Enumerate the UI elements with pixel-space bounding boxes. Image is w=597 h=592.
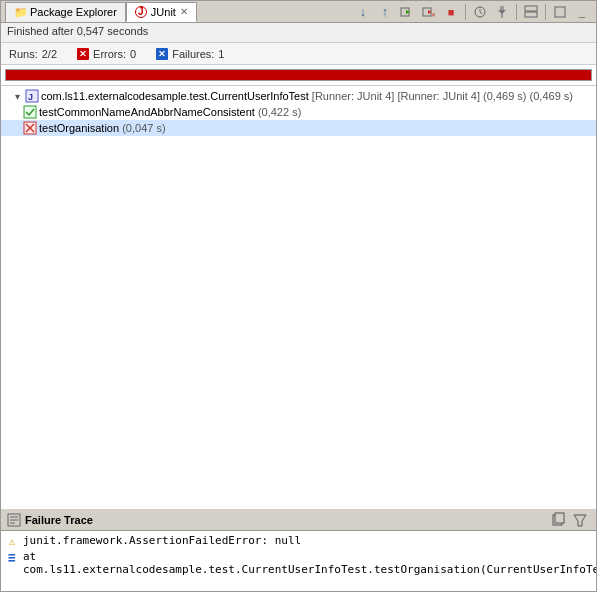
failure-trace-area: ⚠ junit.framework.AssertionFailedError: … <box>1 531 596 591</box>
errors-label: Errors: <box>93 48 126 60</box>
tab-package-explorer[interactable]: 📁 Package Explorer <box>5 2 126 22</box>
runs-label: Runs: <box>9 48 38 60</box>
svg-rect-25 <box>555 513 564 523</box>
junit-icon: J <box>135 6 147 18</box>
trace-line-1: ⚠ junit.framework.AssertionFailedError: … <box>5 533 592 549</box>
status-message: Finished after 0,547 seconds <box>7 25 148 37</box>
rerun-failed-button[interactable]: ✕ <box>419 2 439 22</box>
tab-junit-label: JUnit <box>151 6 176 18</box>
tab-package-explorer-label: Package Explorer <box>30 6 117 18</box>
toolbar-sep-2 <box>516 4 517 20</box>
errors-error-icon: ✕ <box>77 48 89 60</box>
maximize-button[interactable] <box>550 2 570 22</box>
rerun-button[interactable] <box>397 2 417 22</box>
suite-time: (0,469 s) <box>483 90 526 102</box>
stats-row: Runs: 2/2 ✕ Errors: 0 ✕ Failures: 1 <box>1 43 596 65</box>
failure-trace-toolbar <box>548 510 590 530</box>
layout-icon <box>524 5 538 19</box>
failures-label: Failures: <box>172 48 214 60</box>
svg-text:✕: ✕ <box>431 12 436 18</box>
next-failure-button[interactable]: ↑ <box>375 2 395 22</box>
toolbar-sep-1 <box>465 4 466 20</box>
runner-info: [Runner: JUnit 4] <box>312 90 395 102</box>
history-icon <box>473 5 487 19</box>
runs-stat: Runs: 2/2 <box>9 48 57 60</box>
status-bar: Finished after 0,547 seconds <box>1 23 596 43</box>
test1-label: testCommonNameAndAbbrNameConsistent (0,4… <box>39 106 301 118</box>
tree-item-suite[interactable]: ▾ J com.ls11.externalcodesample.test.Cur… <box>1 88 596 104</box>
expand-toggle-suite[interactable]: ▾ <box>11 90 23 102</box>
suite-icon: J <box>25 89 39 103</box>
warning-icon: ⚠ <box>5 534 19 548</box>
failure-trace-header: Failure Trace <box>1 509 596 531</box>
runs-value: 2/2 <box>42 48 57 60</box>
copy-trace-button[interactable] <box>548 510 568 530</box>
trace-line-2: ≡ at com.ls11.externalcodesample.test.Cu… <box>5 549 592 577</box>
svg-text:J: J <box>28 92 33 102</box>
test2-label: testOrganisation (0,047 s) <box>39 122 166 134</box>
svg-line-7 <box>480 12 482 14</box>
trace-text-2: at com.ls11.externalcodesample.test.Curr… <box>23 550 596 576</box>
tab-bar: 📁 Package Explorer J JUnit ✕ ↓ ↑ <box>1 1 596 23</box>
progress-area <box>1 65 596 86</box>
copy-icon <box>550 512 566 528</box>
svg-rect-16 <box>24 106 36 118</box>
close-icon[interactable]: ✕ <box>180 6 188 17</box>
prev-failure-button[interactable]: ↓ <box>353 2 373 22</box>
failures-value: 1 <box>218 48 224 60</box>
failure-trace-title: Failure Trace <box>7 513 93 527</box>
tab-junit[interactable]: J JUnit ✕ <box>126 2 197 22</box>
pin-button[interactable] <box>492 2 512 22</box>
filter-icon <box>572 512 588 528</box>
errors-value: 0 <box>130 48 136 60</box>
layout-button[interactable] <box>521 2 541 22</box>
maximize-icon <box>553 5 567 19</box>
stack-arrow-icon: ≡ <box>5 550 19 564</box>
test1-time: (0,422 s) <box>258 106 301 118</box>
test1-pass-icon <box>23 105 37 119</box>
failure-trace-label: Failure Trace <box>25 514 93 526</box>
rerun-failed-icon: ✕ <box>422 5 436 19</box>
tree-item-test2[interactable]: testOrganisation (0,047 s) <box>1 120 596 136</box>
failures-failure-icon: ✕ <box>156 48 168 60</box>
test2-fail-icon <box>23 121 37 135</box>
history-button[interactable] <box>470 2 490 22</box>
svg-rect-12 <box>525 12 537 17</box>
suite-label: com.ls11.externalcodesample.test.Current… <box>41 90 573 102</box>
pin-icon <box>495 5 509 19</box>
tree-item-test1[interactable]: testCommonNameAndAbbrNameConsistent (0,4… <box>1 104 596 120</box>
runner-tag: [Runner: JUnit 4] <box>397 90 480 102</box>
svg-marker-26 <box>574 515 586 526</box>
package-explorer-icon: 📁 <box>14 6 26 18</box>
svg-rect-13 <box>555 7 565 17</box>
rerun-icon <box>400 5 414 19</box>
minimize-button[interactable]: _ <box>572 2 592 22</box>
progress-bar-fill <box>6 70 591 80</box>
suite-time-val: (0,469 s) <box>530 90 573 102</box>
progress-bar-container <box>5 69 592 81</box>
stop-button[interactable]: ■ <box>441 2 461 22</box>
trace-text-1: junit.framework.AssertionFailedError: nu… <box>23 534 301 547</box>
failure-trace-icon <box>7 513 21 527</box>
toolbar-sep-3 <box>545 4 546 20</box>
filter-trace-button[interactable] <box>570 510 590 530</box>
failures-stat: ✕ Failures: 1 <box>156 48 224 60</box>
errors-stat: ✕ Errors: 0 <box>77 48 136 60</box>
junit-window: 📁 Package Explorer J JUnit ✕ ↓ ↑ <box>0 0 597 592</box>
svg-marker-10 <box>498 10 506 14</box>
svg-rect-11 <box>525 6 537 11</box>
test-tree[interactable]: ▾ J com.ls11.externalcodesample.test.Cur… <box>1 86 596 509</box>
test2-time: (0,047 s) <box>122 122 165 134</box>
